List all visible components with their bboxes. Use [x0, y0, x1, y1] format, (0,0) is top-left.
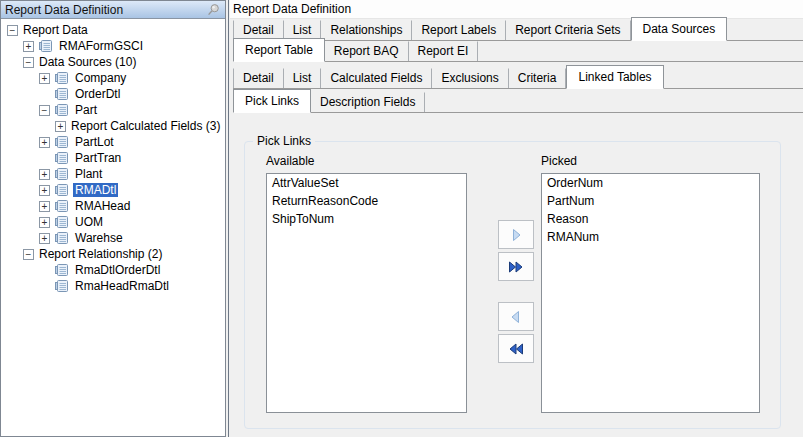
tab-criteria[interactable]: Criteria: [509, 68, 567, 88]
move-right-button[interactable]: [498, 220, 534, 249]
tree-item-label[interactable]: Report Calculated Fields (3): [69, 119, 222, 133]
tab-linked-tables[interactable]: Linked Tables: [566, 65, 663, 89]
tree-item-uom: +UOM: [1, 214, 225, 230]
tree-panel-header: Report Data Definition: [1, 1, 225, 19]
data-sources-tree: −Report Data+RMAFormGSCI−Data Sources (1…: [1, 20, 225, 436]
tree-item-label[interactable]: Warehse: [73, 231, 125, 245]
tree-item-parttran: PartTran: [1, 150, 225, 166]
tab-description-fields[interactable]: Description Fields: [311, 92, 425, 112]
pin-icon[interactable]: [206, 3, 220, 17]
move-left-button[interactable]: [498, 302, 534, 331]
tab-data-sources[interactable]: Data Sources: [631, 17, 728, 41]
tree-item-part: −Part: [1, 102, 225, 118]
tree-panel-title: Report Data Definition: [5, 1, 123, 19]
expand-toggle-icon[interactable]: +: [39, 233, 50, 244]
tab-report-labels[interactable]: Report Labels: [412, 20, 506, 40]
transfer-button-column: [498, 220, 534, 366]
expand-toggle-icon[interactable]: +: [39, 137, 50, 148]
tab-report-table[interactable]: Report Table: [233, 38, 325, 62]
tree-item-rmadtlorderdtl: RmaDtlOrderDtl: [1, 262, 225, 278]
expand-toggle-icon[interactable]: +: [23, 41, 34, 52]
right-single-arrow-icon: [508, 227, 524, 243]
table-icon: [53, 103, 69, 117]
right-double-arrow-icon: [507, 259, 525, 275]
table-icon: [53, 151, 69, 165]
linked-tables-tab-strip: Pick LinksDescription Fields: [233, 92, 803, 113]
tree-item-rmaformgsci: +RMAFormGSCI: [1, 38, 225, 54]
table-icon: [53, 183, 69, 197]
expander-spacer: [39, 153, 50, 164]
tree-item-label[interactable]: RMAHead: [73, 199, 132, 213]
content-panel: Report Data Definition DetailListRelatio…: [230, 0, 803, 437]
available-list-item[interactable]: AttrValueSet: [267, 174, 466, 192]
left-single-arrow-icon: [508, 309, 524, 325]
tree-item-rmaheadrmadtl: RmaHeadRmaDtl: [1, 278, 225, 294]
picked-list-item[interactable]: RMANum: [542, 228, 759, 246]
tree-item-orderdtl: OrderDtl: [1, 86, 225, 102]
collapse-toggle-icon[interactable]: −: [23, 57, 34, 68]
tree-item-label[interactable]: PartLot: [73, 135, 116, 149]
tree-item-label[interactable]: RMAFormGSCI: [57, 39, 145, 53]
tab-report-criteria-sets[interactable]: Report Criteria Sets: [506, 20, 630, 40]
tree-item-rmadtl: +RMADtl: [1, 182, 225, 198]
expander-spacer: [39, 89, 50, 100]
tree-item-warehse: +Warehse: [1, 230, 225, 246]
expand-toggle-icon[interactable]: +: [39, 201, 50, 212]
collapse-toggle-icon[interactable]: −: [39, 105, 50, 116]
expand-toggle-icon[interactable]: +: [55, 121, 66, 132]
tree-item-partlot: +PartLot: [1, 134, 225, 150]
tab-detail[interactable]: Detail: [233, 68, 284, 88]
tab-exclusions[interactable]: Exclusions: [432, 68, 508, 88]
tree-item-rmahead: +RMAHead: [1, 198, 225, 214]
table-icon: [53, 71, 69, 85]
tree-item-label[interactable]: RmaDtlOrderDtl: [73, 263, 162, 277]
picked-label: Picked: [541, 154, 577, 168]
tree-item-label[interactable]: Part: [73, 103, 99, 117]
picked-list-item[interactable]: PartNum: [542, 192, 759, 210]
table-icon: [53, 199, 69, 213]
move-all-left-button[interactable]: [498, 334, 534, 363]
table-icon: [53, 279, 69, 293]
tree-item-label[interactable]: OrderDtl: [73, 87, 122, 101]
tab-report-ei[interactable]: Report EI: [409, 41, 479, 61]
available-listbox[interactable]: AttrValueSetReturnReasonCodeShipToNum: [266, 173, 467, 413]
expander-spacer: [39, 265, 50, 276]
picked-listbox[interactable]: OrderNumPartNumReasonRMANum: [541, 173, 760, 413]
table-icon: [53, 231, 69, 245]
tree-item-label[interactable]: UOM: [73, 215, 105, 229]
tree-item-label[interactable]: PartTran: [73, 151, 123, 165]
expand-toggle-icon[interactable]: +: [39, 185, 50, 196]
panel-splitter[interactable]: [228, 0, 229, 437]
available-list-item[interactable]: ReturnReasonCode: [267, 192, 466, 210]
tab-list[interactable]: List: [284, 68, 322, 88]
tab-calculated-fields[interactable]: Calculated Fields: [321, 68, 432, 88]
tree-item-plant: +Plant: [1, 166, 225, 182]
available-label: Available: [266, 154, 314, 168]
picked-list-item[interactable]: Reason: [542, 210, 759, 228]
tree-item-label[interactable]: RmaHeadRmaDtl: [73, 279, 171, 293]
pick-links-groupbox: Pick Links Available Picked AttrValueSet…: [244, 141, 781, 429]
tree-item-report-data: −Report Data: [1, 22, 225, 38]
tree-item-label[interactable]: Report Relationship (2): [37, 247, 164, 261]
collapse-toggle-icon[interactable]: −: [7, 25, 18, 36]
expand-toggle-icon[interactable]: +: [39, 169, 50, 180]
tree-item-label[interactable]: Data Sources (10): [37, 55, 138, 69]
expand-toggle-icon[interactable]: +: [39, 73, 50, 84]
tree-item-label[interactable]: RMADtl: [73, 183, 118, 197]
tree-item-report-calculated-fields-3: +Report Calculated Fields (3): [1, 118, 225, 134]
collapse-toggle-icon[interactable]: −: [23, 249, 34, 260]
report-data-definition-window: Report Data Definition −Report Data+RMAF…: [0, 0, 803, 437]
tree-item-label[interactable]: Company: [73, 71, 128, 85]
available-list-item[interactable]: ShipToNum: [267, 210, 466, 228]
tab-report-baq[interactable]: Report BAQ: [325, 41, 409, 61]
tab-relationships[interactable]: Relationships: [321, 20, 412, 40]
tab-detail[interactable]: Detail: [233, 20, 284, 40]
move-all-right-button[interactable]: [498, 252, 534, 281]
tab-pick-links[interactable]: Pick Links: [233, 89, 311, 113]
tree-item-label[interactable]: Plant: [73, 167, 104, 181]
tab-list[interactable]: List: [284, 20, 322, 40]
expand-toggle-icon[interactable]: +: [39, 217, 50, 228]
table-icon: [53, 87, 69, 101]
picked-list-item[interactable]: OrderNum: [542, 174, 759, 192]
tree-item-label[interactable]: Report Data: [21, 23, 90, 37]
